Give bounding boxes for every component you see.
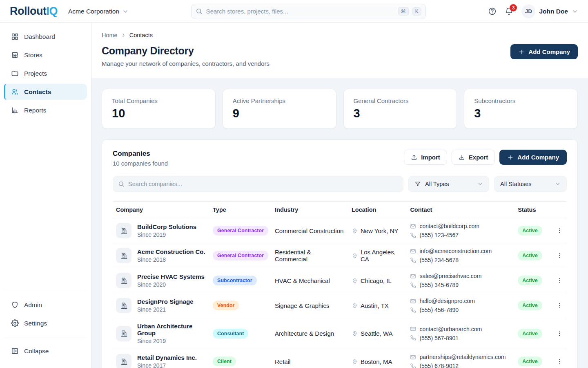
building-icon — [116, 298, 131, 313]
user-menu[interactable]: JD John Doe — [521, 4, 578, 18]
type-badge: Consultant — [213, 329, 248, 339]
add-company-label: Add Company — [528, 48, 570, 55]
search-icon — [118, 181, 125, 187]
sidebar-item-stores[interactable]: Stores — [4, 47, 87, 63]
plus-icon — [518, 49, 525, 55]
column-header-type: Type — [209, 202, 272, 218]
sidebar-item-admin[interactable]: Admin — [4, 297, 87, 313]
download-icon — [459, 154, 465, 161]
bar-chart-icon — [11, 106, 19, 114]
stat-value: 3 — [354, 107, 447, 120]
row-menu-button[interactable] — [555, 302, 564, 309]
type-badge: Vendor — [213, 301, 239, 310]
company-email[interactable]: contact@urbanarch.com — [419, 326, 482, 332]
company-location: Austin, TX — [361, 302, 389, 309]
column-header-menu — [552, 202, 567, 218]
company-phone: (555) 678-9012 — [419, 363, 459, 368]
import-label: Import — [421, 154, 440, 161]
company-location: Seattle, WA — [361, 330, 393, 337]
avatar: JD — [521, 4, 535, 18]
sidebar-item-reports[interactable]: Reports — [4, 102, 87, 118]
table-row[interactable]: Precise HVAC Systems Since 2020 Subcontr… — [113, 268, 567, 293]
sidebar-item-label: Settings — [24, 320, 47, 327]
org-switcher-label: Acme Corporation — [68, 8, 119, 15]
global-search[interactable]: ⌘ K — [191, 4, 426, 19]
row-menu-button[interactable] — [555, 358, 564, 365]
add-company-button[interactable]: Add Company — [510, 44, 578, 59]
building-icon — [116, 273, 131, 288]
upload-icon — [411, 154, 417, 161]
breadcrumb: Home Contacts — [102, 32, 270, 38]
status-filter-select[interactable]: All Statuses — [494, 176, 567, 192]
company-industry: Commercial Construction — [275, 227, 343, 234]
column-header-company: Company — [113, 202, 209, 218]
global-search-input[interactable] — [206, 8, 394, 15]
row-menu-button[interactable] — [555, 227, 564, 234]
chevron-down-icon — [122, 8, 129, 15]
sidebar-item-projects[interactable]: Projects — [4, 65, 87, 81]
export-button[interactable]: Export — [452, 150, 495, 165]
sidebar-item-label: Dashboard — [24, 33, 55, 40]
store-icon — [11, 51, 19, 59]
sidebar-collapse-button[interactable]: Collapse — [4, 343, 87, 359]
main-content: Home Contacts Company Directory Manage y… — [91, 23, 588, 368]
row-menu-button[interactable] — [555, 277, 564, 284]
column-header-location: Location — [348, 202, 407, 218]
stat-label: Total Companies — [112, 97, 205, 104]
company-industry: Retail — [275, 358, 290, 365]
sidebar-item-label: Admin — [24, 301, 42, 309]
mail-icon — [410, 223, 416, 229]
company-email[interactable]: sales@precisehvac.com — [419, 273, 481, 279]
sidebar-item-label: Stores — [24, 52, 42, 59]
sidebar-item-contacts[interactable]: Contacts — [4, 84, 87, 100]
folder-icon — [11, 70, 19, 77]
company-name: Precise HVAC Systems — [137, 273, 205, 280]
notifications-button[interactable]: 3 — [505, 7, 513, 16]
companies-search[interactable] — [113, 176, 403, 192]
stat-label: Subcontractors — [474, 97, 568, 104]
company-email[interactable]: partnerships@retaildynamics.com — [419, 354, 506, 360]
row-menu-button[interactable] — [555, 330, 564, 337]
company-since: Since 2019 — [137, 338, 206, 344]
import-button[interactable]: Import — [404, 150, 447, 165]
row-menu-button[interactable] — [555, 252, 564, 259]
org-switcher[interactable]: Acme Corporation — [68, 8, 129, 15]
chevron-right-icon — [121, 33, 126, 38]
table-row[interactable]: Retail Dynamics Inc. Since 2017 Client R… — [113, 349, 567, 368]
gear-icon — [11, 319, 19, 327]
sidebar: Dashboard Stores Projects Contacts Repor… — [0, 23, 91, 368]
sidebar-divider — [6, 337, 85, 337]
company-email[interactable]: info@acmeconstruction.com — [419, 248, 492, 254]
companies-search-input[interactable] — [128, 181, 398, 187]
stats-row: Total Companies 10 Active Partnerships 9… — [102, 89, 578, 129]
company-phone: (555) 567-8901 — [419, 335, 459, 341]
export-label: Export — [469, 154, 488, 161]
stat-value: 3 — [474, 107, 568, 120]
help-button[interactable] — [488, 7, 497, 16]
breadcrumb-home[interactable]: Home — [102, 32, 118, 38]
table-row[interactable]: Acme Construction Co. Since 2018 General… — [113, 243, 567, 268]
sidebar-item-dashboard[interactable]: Dashboard — [4, 29, 87, 45]
company-phone: (555) 123-4567 — [419, 232, 459, 238]
breadcrumb-current: Contacts — [129, 32, 153, 38]
table-row[interactable]: BuildCorp Solutions Since 2019 General C… — [113, 218, 567, 243]
sidebar-item-settings[interactable]: Settings — [4, 315, 87, 331]
company-name: Retail Dynamics Inc. — [137, 354, 197, 361]
stat-label: General Contractors — [354, 97, 447, 104]
company-location: Los Angeles, CA — [361, 249, 403, 263]
status-badge: Active — [518, 276, 542, 285]
shield-icon — [11, 301, 19, 309]
table-row[interactable]: Urban Architecture Group Since 2019 Cons… — [113, 318, 567, 349]
phone-icon — [410, 257, 416, 263]
status-badge: Active — [518, 226, 542, 236]
company-phone: (555) 234-5678 — [419, 257, 459, 263]
company-email[interactable]: contact@buildcorp.com — [419, 223, 479, 229]
company-email[interactable]: hello@designpro.com — [419, 298, 475, 304]
table-row[interactable]: DesignPro Signage Since 2021 Vendor Sign… — [113, 293, 567, 318]
company-location: Chicago, IL — [361, 277, 392, 284]
type-filter-select[interactable]: All Types — [408, 176, 489, 192]
add-company-button-panel[interactable]: Add Company — [499, 150, 567, 165]
status-filter-value: All Statuses — [500, 181, 532, 187]
phone-icon — [410, 282, 416, 288]
company-location: New York, NY — [361, 227, 399, 234]
